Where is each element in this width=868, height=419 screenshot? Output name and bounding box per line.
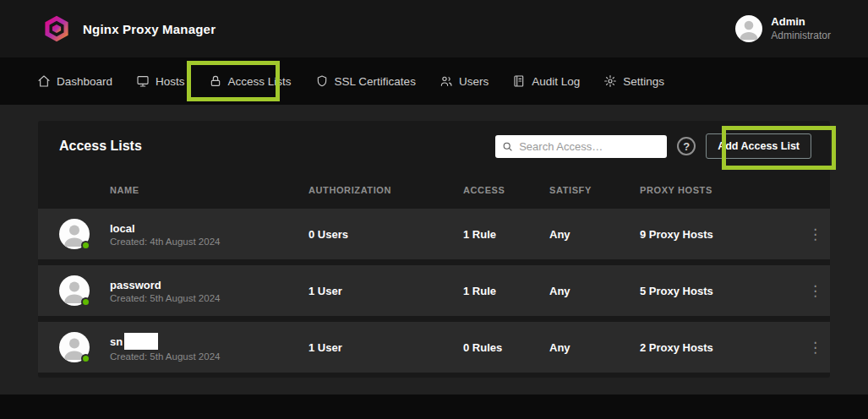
access-value: 1 Rule xyxy=(463,285,549,297)
satisfy-value: Any xyxy=(549,341,640,354)
authorization-value: 1 User xyxy=(308,285,463,297)
table-body: local Created: 4th August 2024 0 Users 1… xyxy=(38,209,830,373)
nav-item-hosts[interactable]: Hosts xyxy=(124,57,197,105)
main-nav: Dashboard Hosts Access Lists SSL Certifi… xyxy=(0,57,868,105)
users-icon xyxy=(439,74,453,88)
authorization-value: 1 User xyxy=(308,341,463,354)
nav-item-label: Audit Log xyxy=(532,75,580,88)
user-avatar xyxy=(735,15,762,42)
table-row[interactable]: local Created: 4th August 2024 0 Users 1… xyxy=(38,209,830,259)
user-menu[interactable]: Admin Administrator xyxy=(735,15,831,42)
add-access-list-button[interactable]: Add Access List xyxy=(706,133,811,159)
access-value: 0 Rules xyxy=(463,341,549,354)
gear-icon xyxy=(603,74,617,88)
column-header-access: ACCESS xyxy=(463,185,549,195)
access-list-name: sn xyxy=(110,335,123,348)
online-status-dot xyxy=(81,297,90,307)
content-area: Access Lists ? Add Access List NAME AUTH… xyxy=(0,105,868,395)
header-actions: ? Add Access List xyxy=(495,133,811,159)
online-status-dot xyxy=(81,241,90,250)
top-bar: Nginx Proxy Manager Admin Administrator xyxy=(0,0,868,57)
column-header-satisfy: SATISFY xyxy=(549,185,640,195)
help-icon[interactable]: ? xyxy=(677,137,696,155)
satisfy-value: Any xyxy=(549,285,640,297)
page-title: Access Lists xyxy=(59,139,142,154)
access-value: 1 Rule xyxy=(463,228,549,241)
monitor-icon xyxy=(136,74,150,88)
nav-item-settings[interactable]: Settings xyxy=(592,57,676,105)
table-row[interactable]: sn Created: 5th August 2024 1 User 0 Rul… xyxy=(38,322,830,373)
created-date: Created: 5th August 2024 xyxy=(110,293,308,303)
column-header-authorization: AUTHORIZATION xyxy=(308,185,463,195)
redaction-box xyxy=(124,333,158,350)
proxy-hosts-value: 9 Proxy Hosts xyxy=(640,228,800,241)
avatar xyxy=(59,219,90,249)
table-row[interactable]: password Created: 5th August 2024 1 User… xyxy=(38,265,830,316)
row-menu-icon[interactable]: ⋮ xyxy=(800,284,830,298)
nav-item-ssl-certificates[interactable]: SSL Certificates xyxy=(303,57,428,105)
search-input[interactable] xyxy=(519,140,660,153)
nav-item-access-lists[interactable]: Access Lists xyxy=(197,57,303,105)
authorization-value: 0 Users xyxy=(308,228,463,241)
user-role: Administrator xyxy=(771,30,831,42)
book-icon xyxy=(512,74,526,88)
access-list-name: password xyxy=(110,279,161,291)
search-icon xyxy=(502,141,513,152)
access-lists-card: Access Lists ? Add Access List NAME AUTH… xyxy=(38,121,830,378)
created-date: Created: 4th August 2024 xyxy=(110,237,308,247)
proxy-hosts-value: 2 Proxy Hosts xyxy=(640,341,800,354)
nav-item-label: Settings xyxy=(623,75,664,88)
nav-item-label: Access Lists xyxy=(228,75,292,88)
satisfy-value: Any xyxy=(549,228,640,241)
avatar xyxy=(59,332,90,362)
nav-item-users[interactable]: Users xyxy=(428,57,500,105)
column-header-name: NAME xyxy=(110,185,308,195)
user-info: Admin Administrator xyxy=(771,15,831,41)
access-list-name: local xyxy=(110,222,135,235)
search-box[interactable] xyxy=(495,135,667,158)
nav-item-label: Users xyxy=(459,75,489,88)
app-logo-icon xyxy=(42,14,71,43)
proxy-hosts-value: 5 Proxy Hosts xyxy=(640,285,800,297)
nav-item-label: SSL Certificates xyxy=(335,75,416,88)
card-header: Access Lists ? Add Access List xyxy=(38,121,830,171)
shield-icon xyxy=(315,74,329,88)
lock-icon xyxy=(209,74,222,88)
home-icon xyxy=(37,74,51,88)
nav-item-dashboard[interactable]: Dashboard xyxy=(37,57,124,105)
brand: Nginx Proxy Manager xyxy=(42,14,216,43)
column-header-proxy-hosts: PROXY HOSTS xyxy=(640,185,800,195)
bottom-bar xyxy=(0,395,868,419)
nav-item-audit-log[interactable]: Audit Log xyxy=(500,57,592,105)
row-menu-icon[interactable]: ⋮ xyxy=(800,340,830,355)
nav-item-label: Dashboard xyxy=(57,75,112,88)
created-date: Created: 5th August 2024 xyxy=(110,351,308,362)
user-name: Admin xyxy=(771,15,831,29)
app-title: Nginx Proxy Manager xyxy=(83,22,216,36)
avatar xyxy=(59,275,90,306)
nav-item-label: Hosts xyxy=(156,75,185,88)
table-header: NAME AUTHORIZATION ACCESS SATISFY PROXY … xyxy=(38,171,830,209)
row-menu-icon[interactable]: ⋮ xyxy=(800,227,830,242)
online-status-dot xyxy=(81,354,90,363)
